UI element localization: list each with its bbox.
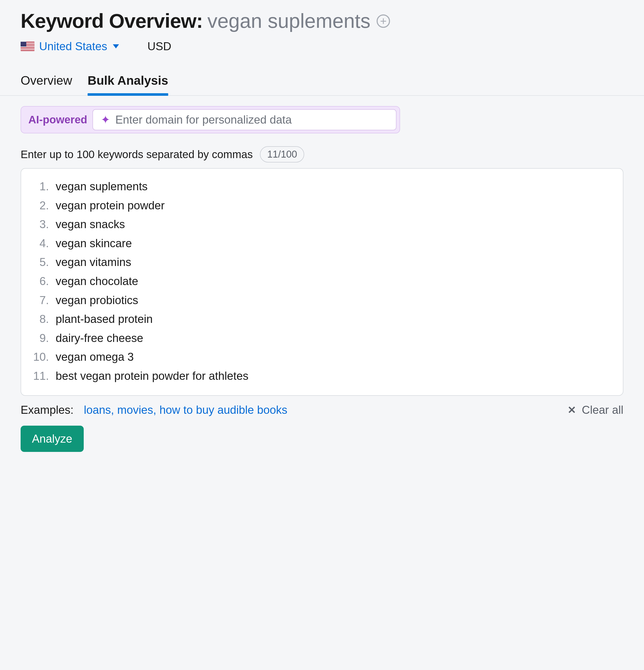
keyword-limit-label: Enter up to 100 keywords separated by co…	[21, 148, 253, 161]
keyword-text: plant-based protein	[56, 311, 153, 327]
clear-all-button[interactable]: ✕ Clear all	[567, 403, 623, 416]
ai-badge: AI-powered	[28, 113, 87, 126]
keyword-count-pill: 11/100	[260, 146, 304, 162]
domain-placeholder: Enter domain for personalized data	[115, 113, 292, 126]
keyword-row: 6.vegan chocolate	[32, 272, 612, 291]
domain-input[interactable]: ✦ Enter domain for personalized data	[92, 109, 396, 130]
keyword-row: 3.vegan snacks	[32, 215, 612, 234]
page-title-keyword: vegan suplements	[207, 9, 370, 33]
keyword-number: 7.	[32, 292, 49, 308]
keyword-text: dairy-free cheese	[56, 330, 143, 346]
close-icon: ✕	[567, 404, 576, 416]
examples-link[interactable]: loans, movies, how to buy audible books	[84, 403, 287, 416]
add-keyword-icon[interactable]: +	[377, 14, 390, 28]
clear-all-label: Clear all	[582, 403, 623, 416]
keywords-textarea[interactable]: 1.vegan suplements2.vegan protein powder…	[21, 168, 623, 396]
keyword-row: 1.vegan suplements	[32, 177, 612, 196]
keyword-text: vegan suplements	[56, 178, 148, 195]
keyword-row: 10.vegan omega 3	[32, 347, 612, 366]
page-title-prefix: Keyword Overview:	[21, 9, 203, 33]
tab-bulk-analysis[interactable]: Bulk Analysis	[88, 73, 168, 95]
keyword-row: 8.plant-based protein	[32, 309, 612, 329]
keyword-row: 7.vegan probiotics	[32, 291, 612, 310]
keyword-number: 4.	[32, 235, 49, 251]
country-select[interactable]: United States	[21, 40, 119, 53]
keyword-row: 4.vegan skincare	[32, 234, 612, 253]
keyword-text: vegan skincare	[56, 235, 132, 251]
keyword-number: 11.	[32, 368, 49, 384]
currency-label: USD	[147, 40, 171, 53]
keyword-number: 5.	[32, 254, 49, 270]
keyword-text: best vegan protein powder for athletes	[56, 368, 248, 384]
analyze-button[interactable]: Analyze	[21, 426, 84, 452]
examples-label: Examples:	[21, 403, 74, 416]
keyword-row: 2.vegan protein powder	[32, 196, 612, 215]
sparkle-icon: ✦	[101, 114, 110, 125]
keyword-number: 8.	[32, 311, 49, 327]
keyword-number: 2.	[32, 198, 49, 213]
keyword-number: 1.	[32, 178, 49, 195]
keyword-row: 5.vegan vitamins	[32, 253, 612, 272]
keyword-text: vegan omega 3	[56, 349, 134, 365]
chevron-down-icon	[113, 44, 119, 49]
keyword-number: 3.	[32, 216, 49, 232]
us-flag-icon	[21, 42, 35, 51]
keyword-row: 11.best vegan protein powder for athlete…	[32, 366, 612, 386]
keyword-text: vegan vitamins	[56, 254, 131, 270]
keyword-row: 9.dairy-free cheese	[32, 329, 612, 348]
keyword-text: vegan chocolate	[56, 273, 138, 289]
keyword-text: vegan snacks	[56, 216, 125, 232]
keyword-text: vegan protein powder	[56, 198, 165, 213]
ai-bar: AI-powered ✦ Enter domain for personaliz…	[21, 106, 400, 133]
keyword-number: 6.	[32, 273, 49, 289]
tab-overview[interactable]: Overview	[21, 73, 72, 95]
keyword-number: 10.	[32, 349, 49, 365]
country-label: United States	[39, 40, 107, 53]
tabs: Overview Bulk Analysis	[0, 73, 644, 96]
keyword-number: 9.	[32, 330, 49, 346]
keyword-text: vegan probiotics	[56, 292, 138, 308]
